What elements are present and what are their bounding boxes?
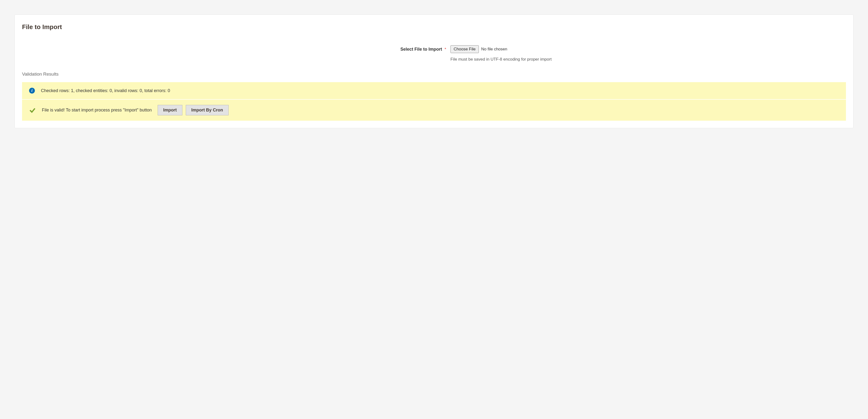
import-by-cron-button[interactable]: Import By Cron bbox=[186, 105, 228, 115]
required-asterisk: * bbox=[445, 47, 446, 51]
file-import-panel: File to Import Select File to Import * C… bbox=[14, 14, 854, 128]
file-chosen-status: No file chosen bbox=[481, 47, 507, 52]
validation-success-message: File is valid! To start import process p… bbox=[22, 99, 846, 121]
file-input-wrap: Choose File No file chosen bbox=[451, 45, 846, 53]
validation-stats-text: Checked rows: 1, checked entities: 0, in… bbox=[41, 88, 170, 93]
import-button[interactable]: Import bbox=[158, 105, 182, 115]
file-select-label: Select File to Import bbox=[400, 47, 442, 52]
checkmark-icon bbox=[29, 107, 36, 114]
file-encoding-hint: File must be saved in UTF-8 encoding for… bbox=[451, 57, 846, 62]
panel-title: File to Import bbox=[22, 23, 846, 31]
file-select-row: Select File to Import * Choose File No f… bbox=[22, 45, 846, 62]
svg-text:i: i bbox=[31, 88, 33, 93]
info-icon: i bbox=[29, 88, 35, 94]
file-control-col: Choose File No file chosen File must be … bbox=[451, 45, 846, 62]
validation-info-message: i Checked rows: 1, checked entities: 0, … bbox=[22, 82, 846, 99]
validation-results-heading: Validation Results bbox=[22, 71, 846, 77]
file-label-col: Select File to Import * bbox=[22, 45, 451, 52]
file-valid-text: File is valid! To start import process p… bbox=[42, 108, 152, 113]
import-actions: Import Import By Cron bbox=[158, 105, 228, 115]
choose-file-button[interactable]: Choose File bbox=[451, 45, 479, 53]
